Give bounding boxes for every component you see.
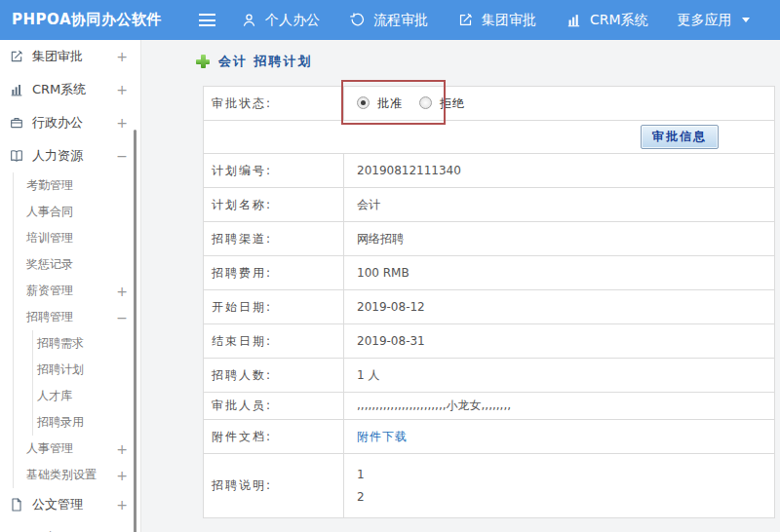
nav-label: 更多应用 bbox=[678, 12, 732, 29]
sidebar-item-hr-contract[interactable]: 人事合同 bbox=[0, 199, 140, 225]
chart-sm-icon bbox=[9, 82, 24, 97]
expand-icon[interactable]: + bbox=[116, 50, 128, 63]
book-icon bbox=[9, 148, 24, 164]
sidebar-item-label: 培训管理 bbox=[26, 230, 73, 247]
sidebar-menu: 集团审批+CRM系统+行政办公+人力资源−考勤管理人事合同培训管理奖惩记录薪资管… bbox=[0, 40, 140, 532]
breadcrumb: 会计 招聘计划 bbox=[196, 53, 313, 70]
table-row: 开始日期:2019-08-12 bbox=[204, 290, 774, 324]
expand-icon[interactable]: + bbox=[116, 284, 128, 297]
sidebar-item-personnel[interactable]: 人事管理+ bbox=[0, 436, 140, 462]
sidebar-item-document[interactable]: 公文管理+ bbox=[0, 488, 140, 521]
edit-square-icon bbox=[9, 49, 24, 64]
nav-crm-system[interactable]: CRM系统 bbox=[566, 12, 648, 29]
collapse-icon[interactable]: − bbox=[116, 310, 128, 323]
top-header: PHPOA协同办公软件 个人办公流程审批集团审批CRM系统更多应用 bbox=[0, 0, 780, 40]
field-value: 100 RMB bbox=[344, 256, 774, 289]
table-row: 审批人员:,,,,,,,,,,,,,,,,,,,,,,,,小龙女,,,,,,,, bbox=[204, 393, 774, 420]
table-row: 计划编号:20190812111340 bbox=[204, 154, 774, 188]
sidebar-item-label: 招聘需求 bbox=[37, 335, 84, 352]
field-label: 计划编号: bbox=[204, 154, 344, 187]
table-row: 招聘人数:1 人 bbox=[204, 359, 774, 393]
sidebar-scrollbar[interactable] bbox=[134, 130, 136, 532]
radio-circle-icon[interactable] bbox=[357, 96, 370, 109]
nav-label: 个人办公 bbox=[265, 12, 320, 29]
sidebar-item-label: 公文管理 bbox=[32, 496, 83, 513]
sidebar-item-talent-pool[interactable]: 人才库 bbox=[0, 383, 140, 409]
field-label: 招聘人数: bbox=[204, 359, 344, 392]
expand-icon[interactable]: + bbox=[116, 116, 128, 130]
field-label: 结束日期: bbox=[204, 324, 344, 358]
sidebar-item-recruit-hire[interactable]: 招聘录用 bbox=[0, 409, 140, 436]
field-value: 2019-08-12 bbox=[344, 290, 774, 323]
table-row: 结束日期:2019-08-31 bbox=[204, 324, 774, 359]
caret-down-icon bbox=[742, 18, 750, 22]
nav-group-approval[interactable]: 集团审批 bbox=[457, 12, 536, 29]
expand-icon[interactable]: + bbox=[116, 498, 128, 512]
field-value: 1 2 bbox=[344, 454, 774, 517]
bar-chart-icon bbox=[566, 12, 582, 28]
history-icon bbox=[349, 12, 366, 28]
sidebar-item-label: 奖惩记录 bbox=[26, 256, 73, 273]
radio-reject[interactable]: 拒绝 bbox=[419, 93, 465, 115]
main-content: 会计 招聘计划 审批状态: 批准拒绝 审批信息 计划编号:20190812111… bbox=[142, 40, 780, 532]
sidebar-item-recruit-plan[interactable]: 招聘计划 bbox=[0, 357, 140, 383]
document-icon bbox=[9, 497, 24, 513]
top-nav: 个人办公流程审批集团审批CRM系统更多应用 bbox=[241, 12, 779, 29]
sidebar-item-hr[interactable]: 人力资源− bbox=[0, 139, 140, 172]
table-row: 招聘说明:1 2 bbox=[204, 454, 774, 517]
sidebar-item-label: 人力资源 bbox=[32, 147, 83, 165]
field-label: 计划名称: bbox=[204, 188, 344, 221]
field-value: 20190812111340 bbox=[344, 154, 774, 187]
sidebar-item-label: CRM系统 bbox=[32, 81, 86, 98]
expand-icon[interactable]: + bbox=[116, 83, 128, 96]
briefcase-icon bbox=[9, 115, 24, 131]
edit-icon bbox=[457, 12, 474, 28]
sidebar-item-rewards[interactable]: 奖惩记录 bbox=[0, 251, 140, 278]
sidebar-item-admin-office[interactable]: 行政办公+ bbox=[0, 106, 140, 139]
field-value: ,,,,,,,,,,,,,,,,,,,,,,,,小龙女,,,,,,,, bbox=[344, 393, 774, 419]
field-value: 2019-08-31 bbox=[344, 324, 774, 358]
field-label: 开始日期: bbox=[204, 290, 344, 323]
sidebar-item-training[interactable]: 培训管理 bbox=[0, 225, 140, 251]
app-logo: PHPOA协同办公软件 bbox=[0, 11, 185, 29]
person-icon bbox=[241, 12, 257, 28]
radio-approve[interactable]: 批准 bbox=[357, 93, 403, 115]
sidebar: 集团审批+CRM系统+行政办公+人力资源−考勤管理人事合同培训管理奖惩记录薪资管… bbox=[0, 40, 141, 532]
table-row: 招聘费用:100 RMB bbox=[204, 256, 774, 290]
sidebar-item-label: 考勤管理 bbox=[26, 177, 73, 194]
table-row: 附件文档:附件下载 bbox=[204, 420, 774, 454]
menu-toggle-icon[interactable] bbox=[199, 14, 215, 26]
sidebar-item-label: 人事合同 bbox=[26, 204, 73, 220]
nav-more-apps[interactable]: 更多应用 bbox=[678, 12, 750, 29]
sidebar-item-label: 招聘计划 bbox=[37, 361, 84, 378]
sidebar-item-vehicle[interactable]: 用车管理+ bbox=[0, 521, 140, 532]
plus-icon bbox=[196, 55, 210, 68]
nav-label: 流程审批 bbox=[373, 12, 428, 29]
nav-workflow-approval[interactable]: 流程审批 bbox=[349, 12, 428, 29]
radio-circle-icon[interactable] bbox=[419, 96, 432, 109]
expand-icon[interactable]: + bbox=[116, 441, 128, 455]
expand-icon[interactable]: + bbox=[116, 468, 128, 481]
sidebar-item-label: 集团审批 bbox=[32, 48, 83, 65]
sidebar-item-label: 人才库 bbox=[37, 388, 72, 404]
field-label: 审批人员: bbox=[204, 393, 344, 419]
attachment-download-link[interactable]: 附件下载 bbox=[357, 426, 408, 448]
sidebar-item-recruit-demand[interactable]: 招聘需求 bbox=[0, 330, 140, 357]
nav-label: 集团审批 bbox=[482, 12, 536, 29]
sidebar-item-group-approval[interactable]: 集团审批+ bbox=[0, 40, 140, 73]
sidebar-item-crm[interactable]: CRM系统+ bbox=[0, 73, 140, 106]
field-label: 审批状态: bbox=[204, 87, 344, 120]
approve-info-button[interactable]: 审批信息 bbox=[641, 125, 719, 149]
sidebar-item-label: 行政办公 bbox=[32, 114, 83, 132]
field-label: 招聘说明: bbox=[204, 454, 344, 517]
nav-personal-office[interactable]: 个人办公 bbox=[241, 12, 320, 29]
sidebar-item-recruit[interactable]: 招聘管理− bbox=[0, 304, 140, 330]
sidebar-item-salary[interactable]: 薪资管理+ bbox=[0, 278, 140, 304]
radio-label: 批准 bbox=[377, 93, 403, 115]
sidebar-item-label: 基础类别设置 bbox=[26, 467, 97, 483]
sidebar-item-attendance[interactable]: 考勤管理 bbox=[0, 172, 140, 199]
field-value: 附件下载 bbox=[344, 420, 774, 453]
field-value: 会计 bbox=[344, 188, 774, 221]
sidebar-item-base-category[interactable]: 基础类别设置+ bbox=[0, 462, 140, 488]
collapse-icon[interactable]: − bbox=[116, 149, 128, 163]
